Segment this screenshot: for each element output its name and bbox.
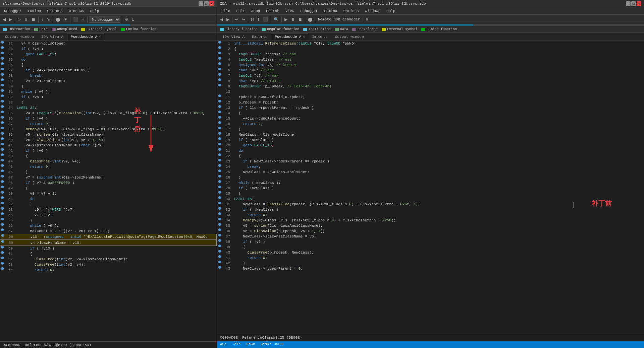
left-code-line-45[interactable]: 45 return 0;	[0, 164, 217, 169]
left-code-line-32[interactable]: 32 if ( !v4 )	[0, 94, 217, 100]
right-code-line-27[interactable]: 27 while ( NewClass );	[217, 180, 644, 186]
r-tb-more[interactable]: ≡	[364, 16, 369, 22]
right-maximize-btn[interactable]: □	[631, 1, 636, 6]
menu-lumina[interactable]: Lumina	[25, 8, 44, 14]
left-code-line-30[interactable]: 30 }	[0, 84, 217, 89]
left-code-line-29[interactable]: 29 v4 = v4->pclsNext;	[0, 78, 217, 84]
tab-output-window[interactable]: Output window	[1, 33, 38, 41]
right-code-line-21[interactable]: 21 do	[217, 148, 644, 153]
right-minimize-btn[interactable]: —	[626, 1, 631, 6]
left-code-line-51[interactable]: 51 do	[0, 196, 217, 202]
r-tb-graph[interactable]: ⬛	[262, 16, 269, 22]
r-tab-exports[interactable]: Exports	[248, 33, 271, 41]
left-code-line-64[interactable]: 64 return 0;	[0, 267, 217, 273]
r-tb-dbg-pause[interactable]: ⏸	[289, 16, 296, 22]
left-code-line-25[interactable]: 25 do	[0, 57, 217, 62]
right-code-line-8[interactable]: 8 char *v8; // ST04_4	[217, 78, 644, 84]
right-code-line-31[interactable]: 31 NewClass = ClassAlloc(rpdesk, (Cls->C…	[217, 202, 644, 207]
right-code-line-23[interactable]: 23 if ( NewClass->rpdeskParent == rpdesk…	[217, 159, 644, 164]
r-tab-imports[interactable]: Imports	[308, 33, 331, 41]
left-maximize-btn[interactable]: □	[204, 1, 209, 6]
r-tab-output[interactable]: Output window	[331, 33, 368, 41]
right-code-area[interactable]: 1int __stdcall ReferenceClass(tagCLS *Cl…	[217, 41, 644, 334]
left-code-line-54[interactable]: 54 v7 += 2;	[0, 212, 217, 218]
right-code-line-36[interactable]: 36 v6 = ClassAlloc(p_rpdesk, v5 + 1, 4);	[217, 228, 644, 234]
right-code-line-33[interactable]: 33 return 0;	[217, 212, 644, 218]
tb-start[interactable]: ▷	[16, 16, 22, 22]
r-tb-dbg-start[interactable]: ▶	[283, 16, 289, 22]
r-tb-nav1[interactable]: ↩	[234, 16, 240, 22]
left-code-line-52[interactable]: 52 {	[0, 202, 217, 207]
right-code-line-24[interactable]: 24 break;	[217, 164, 644, 169]
left-code-line-56[interactable]: 56 while ( v9 );	[0, 223, 217, 228]
right-code-line-13[interactable]: 13 if ( Cls->rpdeskParent == rpdesk )	[217, 105, 644, 111]
right-code-line-9[interactable]: 9 tagDESKTOP *p_rpdesk; // [esp+4h] [ebp…	[217, 84, 644, 89]
left-code-line-33[interactable]: 33 {	[0, 100, 217, 105]
left-code-line-40[interactable]: 40 v6 = ClassAlloc((int)v2, v5 + 1, 4);	[0, 137, 217, 143]
debugger-select[interactable]: No debugger	[89, 16, 120, 23]
left-code-line-46[interactable]: 46 }	[0, 169, 217, 175]
right-code-line-35[interactable]: 35 v5 = strlen(Cls->lpszAnsiClassName);	[217, 223, 644, 228]
left-code-line-44[interactable]: 44 ClassFree((int)v2, v4);	[0, 159, 217, 164]
right-code-line-11[interactable]: 11 rpdesk = pWND->field_0.rpdesk;	[217, 94, 644, 100]
left-code-line-41[interactable]: 41 v4->lpszAnsiClassName = (char *)v6;	[0, 143, 217, 148]
left-code-line-62[interactable]: 62 ClassFree((int)v2, v4->lpszAnsiClassN…	[0, 257, 217, 262]
r-tb-search[interactable]: 🔍	[272, 16, 280, 22]
right-code-line-43[interactable]: 43 NewClass->rpdeskParent = 0;	[217, 266, 644, 271]
left-code-line-22[interactable]: 22 v4 = Cls->pclsClone;	[0, 41, 217, 46]
right-code-line-7[interactable]: 7 tagCLS *v7; // eax	[217, 73, 644, 78]
tb-pause[interactable]: ⏸	[23, 16, 30, 22]
right-code-line-12[interactable]: 12 p_rpdesk = rpdesk;	[217, 100, 644, 105]
right-code-line-40[interactable]: 40 ClassFree(p_rpdesk, NewClass);	[217, 250, 644, 255]
right-code-line-26[interactable]: 26 }	[217, 175, 644, 180]
left-code-line-26[interactable]: 26 {	[0, 62, 217, 68]
right-code-line-29[interactable]: 29 {	[217, 191, 644, 196]
right-code-line-15[interactable]: 15 ++Cls->cWndReferenceCount;	[217, 116, 644, 121]
r-tb-dbg-stop[interactable]: ⏹	[297, 16, 304, 22]
left-code-line-61[interactable]: 61 {	[0, 251, 217, 257]
right-code-line-16[interactable]: 16 return 1;	[217, 121, 644, 127]
left-code-line-42[interactable]: 42 if ( !v6 )	[0, 148, 217, 153]
menu-help[interactable]: Help	[88, 8, 102, 14]
tb-forward[interactable]: ▶	[8, 16, 13, 22]
left-code-line-38[interactable]: 38 memcpy(v4, Cls, (Cls->CSF_flags & 8) …	[0, 127, 217, 132]
right-code-line-38[interactable]: 38 if ( !v6 )	[217, 239, 644, 245]
tb-watch[interactable]: 👁	[62, 16, 69, 22]
left-code-line-35[interactable]: 35 v4 = (tagCLS *)ClassAlloc((int)v2, (C…	[0, 111, 217, 116]
r-tb-bp-toggle[interactable]: ⬤	[307, 16, 314, 22]
right-code-line-37[interactable]: 37 NewClass->lpszAnsiClassName = v6;	[217, 234, 644, 239]
tab-pseudo-close[interactable]: ✕	[99, 35, 101, 39]
left-code-line-58[interactable]: 58 v10 = (unsigned __int16 *)ExAllocateP…	[0, 234, 217, 240]
right-code-line-42[interactable]: 42 }	[217, 261, 644, 266]
tb-stop[interactable]: ⏹	[30, 16, 37, 22]
left-code-line-50[interactable]: 50 v8 = v7 + 2;	[0, 191, 217, 196]
right-code-line-41[interactable]: 41 return 0;	[217, 255, 644, 261]
r-menu-search[interactable]: Search	[263, 8, 282, 14]
right-code-line-1[interactable]: 1int __stdcall ReferenceClass(tagCLS *Cl…	[217, 41, 644, 46]
tab-ida-view-a[interactable]: IDA View-A	[38, 33, 67, 41]
tab-pseudocode-a[interactable]: Pseudocode-A ✕	[67, 33, 104, 41]
right-code-line-3[interactable]: 3 tagDESKTOP *rpdesk; // eax	[217, 52, 644, 57]
left-code-line-43[interactable]: 43 {	[0, 153, 217, 159]
r-tab-pseudocode[interactable]: Pseudocode-A ✕	[271, 33, 308, 41]
left-close-btn[interactable]: ✕	[209, 1, 214, 6]
tb-graph[interactable]: ⬛	[72, 16, 79, 22]
right-code-line-17[interactable]: 17 }	[217, 127, 644, 132]
right-code-line-28[interactable]: 28 if ( !NewClass )	[217, 186, 644, 191]
left-code-line-28[interactable]: 28 break;	[0, 73, 217, 78]
r-menu-jump[interactable]: Jump	[249, 8, 263, 14]
left-code-area[interactable]: 22 v4 = Cls->pclsClone;23 if ( !v4 )24 g…	[0, 41, 217, 341]
r-tab-pseudo-close[interactable]: ✕	[303, 35, 305, 39]
right-code-line-14[interactable]: 14 {	[217, 111, 644, 116]
tb-stepover[interactable]: ↘	[45, 16, 51, 22]
tb-hex[interactable]: H	[80, 16, 86, 22]
tb-back[interactable]: ◀	[1, 16, 7, 22]
left-code-line-23[interactable]: 23 if ( !v4 )	[0, 46, 217, 52]
r-menu-lumina[interactable]: Lumina	[321, 8, 340, 14]
r-menu-file[interactable]: File	[219, 8, 233, 14]
menu-debugger[interactable]: Debugger	[1, 8, 24, 14]
left-code-line-34[interactable]: 34LABEL_22:	[0, 105, 217, 111]
left-code-line-57[interactable]: 57 MaxCount = 2 * ((v7 - v8) >> 1) + 2;	[0, 228, 217, 234]
left-code-line-53[interactable]: 53 v9 = *(_WORD *)v7;	[0, 207, 217, 212]
r-menu-edit[interactable]: Edit	[233, 8, 248, 14]
